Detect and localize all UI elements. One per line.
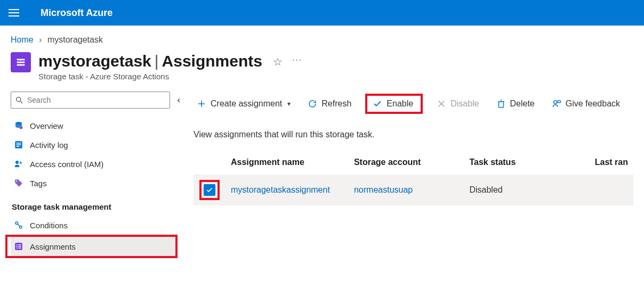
- svg-rect-10: [17, 146, 20, 147]
- sidebar-item-activity-log[interactable]: Activity log: [11, 135, 178, 154]
- resource-name: mystoragetask: [38, 52, 151, 70]
- x-icon: [437, 99, 446, 109]
- table-row[interactable]: mystoragetaskassignment normeastusuap Di…: [194, 175, 633, 205]
- page-title: mystoragetask|Assignments: [38, 52, 262, 70]
- sidebar-item-access-control[interactable]: Access control (IAM): [11, 154, 178, 173]
- search-icon: [15, 96, 23, 104]
- svg-point-13: [16, 180, 17, 181]
- svg-rect-2: [17, 64, 25, 66]
- toolbar-label: Delete: [510, 99, 535, 109]
- svg-rect-17: [17, 244, 18, 245]
- give-feedback-button[interactable]: Give feedback: [549, 97, 623, 111]
- description-text: View assignments that will run this stor…: [194, 130, 633, 139]
- svg-point-30: [554, 101, 557, 104]
- access-control-icon: [14, 159, 23, 169]
- sidebar-item-assignments[interactable]: Assignments: [11, 237, 175, 256]
- assignments-icon: [14, 242, 23, 251]
- column-storage-account: Storage account: [349, 154, 464, 170]
- breadcrumb-current: mystoragetask: [47, 35, 103, 44]
- svg-rect-9: [17, 144, 21, 145]
- breadcrumb-home[interactable]: Home: [11, 35, 34, 44]
- more-actions-button[interactable]: ···: [292, 55, 302, 65]
- trash-icon: [496, 99, 506, 109]
- svg-point-11: [15, 161, 19, 164]
- toolbar-label: Give feedback: [566, 99, 620, 109]
- create-assignment-button[interactable]: Create assignment ▾: [194, 97, 294, 111]
- menu-button[interactable]: [9, 9, 19, 16]
- toolbar-label: Create assignment: [211, 99, 282, 109]
- sidebar-item-label: Assignments: [30, 242, 76, 251]
- svg-rect-22: [18, 247, 21, 249]
- sidebar-item-label: Activity log: [30, 140, 68, 150]
- breadcrumb: Home › mystoragetask: [0, 26, 644, 45]
- conditions-icon: [14, 220, 23, 230]
- overview-icon: [14, 121, 23, 130]
- svg-rect-27: [498, 102, 503, 108]
- toolbar-label: Disable: [450, 99, 479, 109]
- sidebar-item-overview[interactable]: Overview: [11, 116, 178, 135]
- disable-button: Disable: [433, 97, 482, 111]
- toolbar-label: Refresh: [321, 99, 351, 109]
- enable-button[interactable]: Enable: [369, 97, 416, 111]
- chevron-down-icon: ▾: [287, 100, 291, 108]
- sidebar-search-input[interactable]: [11, 92, 170, 109]
- svg-rect-21: [17, 247, 18, 249]
- tags-icon: [14, 178, 23, 188]
- feedback-icon: [552, 99, 561, 109]
- toolbar-label: Enable: [387, 99, 413, 109]
- sidebar-item-label: Overview: [30, 121, 63, 130]
- column-last-ran: Last ran: [557, 154, 633, 170]
- sidebar-section-storage-task: Storage task management: [12, 202, 178, 211]
- last-ran-value: [557, 185, 633, 195]
- sidebar-item-label: Conditions: [30, 221, 68, 230]
- column-assignment-name: Assignment name: [226, 154, 349, 170]
- sidebar-item-tags[interactable]: Tags: [11, 173, 178, 193]
- svg-rect-1: [17, 62, 25, 63]
- svg-point-12: [20, 162, 22, 164]
- refresh-button[interactable]: Refresh: [304, 97, 355, 111]
- blade-name: Assignments: [162, 52, 262, 70]
- svg-rect-0: [17, 59, 25, 61]
- favorite-star-icon[interactable]: ☆: [273, 55, 283, 68]
- check-icon: [373, 99, 382, 109]
- assignment-name-link[interactable]: mystoragetaskassignment: [231, 185, 330, 194]
- plus-icon: [197, 99, 206, 109]
- svg-line-4: [20, 101, 22, 103]
- row-checkbox[interactable]: [204, 184, 215, 196]
- column-task-status: Task status: [464, 154, 556, 170]
- svg-rect-31: [558, 101, 560, 103]
- table-header: Assignment name Storage account Task sta…: [194, 150, 633, 175]
- task-status-value: Disabled: [464, 180, 556, 200]
- svg-rect-18: [18, 244, 21, 245]
- svg-rect-19: [17, 246, 18, 247]
- resource-type: Storage task - Azure Storage Actions: [38, 72, 262, 81]
- sidebar-item-label: Access control (IAM): [30, 160, 103, 169]
- sidebar-item-conditions[interactable]: Conditions: [11, 216, 178, 235]
- activity-log-icon: [14, 140, 23, 150]
- storage-account-link[interactable]: normeastusuap: [354, 185, 413, 194]
- svg-point-6: [20, 126, 23, 129]
- brand: Microsoft Azure: [41, 7, 112, 19]
- refresh-icon: [308, 99, 317, 109]
- delete-button[interactable]: Delete: [493, 97, 538, 111]
- svg-rect-20: [18, 246, 21, 247]
- svg-point-3: [17, 97, 21, 102]
- resource-icon: [11, 52, 31, 72]
- svg-rect-8: [17, 143, 21, 144]
- breadcrumb-separator: ›: [39, 35, 42, 44]
- sidebar-item-label: Tags: [30, 179, 47, 188]
